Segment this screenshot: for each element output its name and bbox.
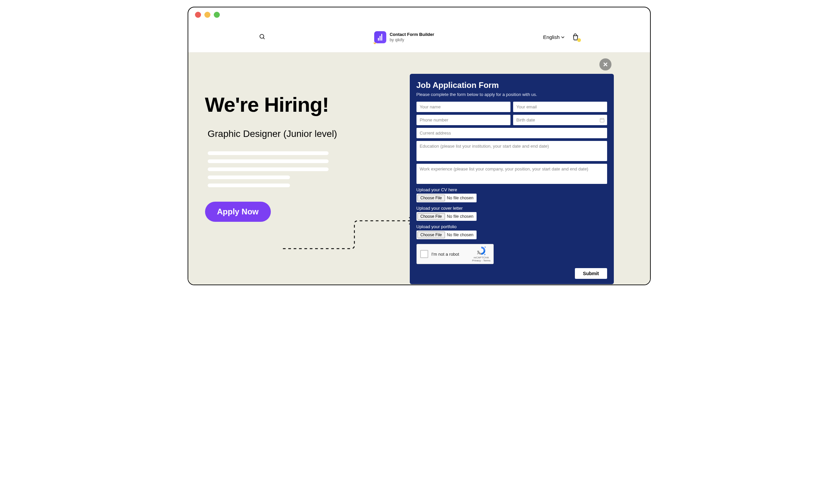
search-icon[interactable] (259, 33, 265, 41)
window-titlebar (188, 7, 650, 22)
language-selector[interactable]: English (543, 34, 565, 40)
job-application-form: Job Application Form Please complete the… (410, 74, 614, 284)
placeholder-line (208, 151, 328, 155)
calendar-icon (600, 118, 604, 123)
choose-file-cv-button[interactable]: Choose File (417, 195, 445, 201)
recaptcha-legal-text: Privacy - Terms (472, 259, 491, 263)
browser-window: Contact Form Builder by qikify English W… (188, 7, 651, 285)
recaptcha-branding: reCAPTCHA Privacy - Terms (472, 246, 491, 263)
recaptcha-logo-icon (476, 246, 486, 256)
minimize-window-icon[interactable] (204, 12, 210, 18)
site-header: Contact Form Builder by qikify English (188, 22, 650, 52)
upload-cover-label: Upload your cover letter (416, 206, 607, 211)
page-content: We're Hiring! Graphic Designer (Junior l… (188, 52, 650, 285)
submit-button[interactable]: Submit (575, 268, 607, 279)
svg-point-0 (260, 34, 264, 38)
name-input[interactable] (416, 102, 511, 112)
upload-portfolio-block: Upload your portfolio Choose File No fil… (416, 224, 607, 239)
svg-marker-9 (484, 254, 485, 255)
brand-logo-icon (374, 31, 386, 43)
cart-badge (577, 38, 581, 42)
education-input[interactable] (416, 141, 607, 161)
choose-file-portfolio-button[interactable]: Choose File (417, 232, 445, 238)
form-title: Job Application Form (416, 80, 607, 90)
close-window-icon[interactable] (195, 12, 201, 18)
upload-portfolio-label: Upload your portfolio (416, 224, 607, 229)
placeholder-line (208, 159, 328, 163)
placeholder-line (208, 167, 328, 171)
brand-title: Contact Form Builder (390, 32, 434, 37)
upload-cv-label: Upload your CV here (416, 187, 607, 192)
placeholder-line (208, 183, 290, 187)
work-experience-input[interactable] (416, 164, 607, 184)
phone-input[interactable] (416, 115, 511, 125)
placeholder-line (208, 176, 290, 179)
choose-file-cover-button[interactable]: Choose File (417, 213, 445, 220)
header-right-controls: English (543, 34, 579, 41)
language-label: English (543, 34, 559, 40)
brand-logo-block[interactable]: Contact Form Builder by qikify (374, 31, 434, 43)
recaptcha-label: I'm not a robot (432, 252, 469, 257)
form-description: Please complete the form below to apply … (416, 92, 607, 97)
email-input[interactable] (513, 102, 607, 112)
cover-file-status: No file chosen (447, 214, 476, 219)
apply-now-button[interactable]: Apply Now (205, 202, 271, 222)
recaptcha-checkbox[interactable] (420, 250, 428, 258)
upload-cover-block: Upload your cover letter Choose File No … (416, 206, 607, 221)
upload-cv-block: Upload your CV here Choose File No file … (416, 187, 607, 202)
address-input[interactable] (416, 128, 607, 138)
recaptcha-widget[interactable]: I'm not a robot reCAPTCHA Privacy (416, 244, 494, 264)
svg-marker-8 (484, 247, 486, 248)
svg-rect-4 (600, 119, 604, 122)
birthdate-input[interactable] (513, 115, 607, 125)
cv-file-status: No file chosen (447, 196, 476, 200)
flow-arrow-icon (282, 217, 420, 254)
cart-icon[interactable] (572, 34, 579, 41)
svg-marker-10 (477, 253, 479, 255)
svg-line-1 (263, 38, 265, 39)
brand-subtitle: by qikify (390, 38, 434, 42)
chevron-down-icon (561, 36, 565, 39)
portfolio-file-status: No file chosen (447, 233, 476, 237)
close-icon[interactable] (600, 58, 611, 70)
maximize-window-icon[interactable] (214, 12, 220, 18)
